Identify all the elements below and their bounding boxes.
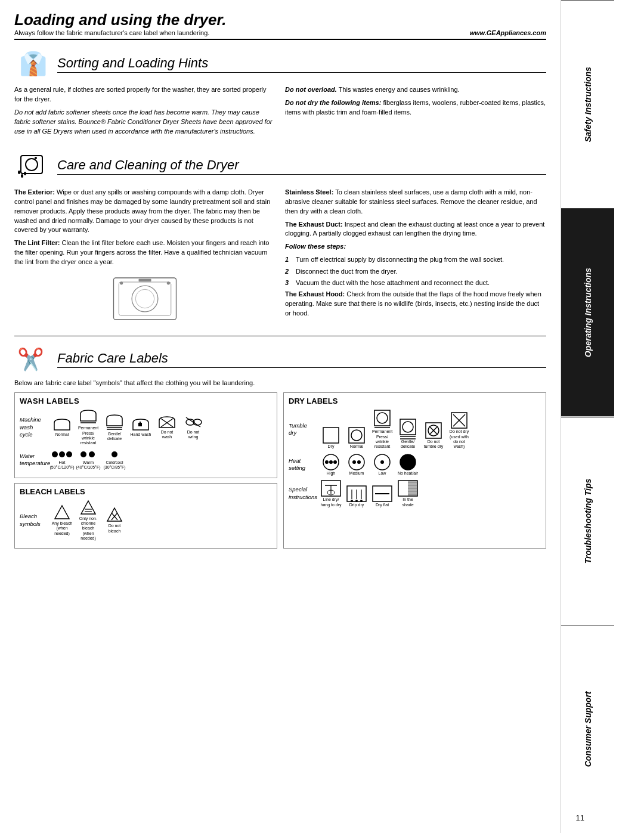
sidebar-safety-label: Safety Instructions <box>583 67 593 142</box>
svg-point-38 <box>351 430 362 441</box>
sorting-left-p1: As a general rule, if clothes are sorted… <box>14 85 275 104</box>
cleaning-title: Care and Cleaning of the Dryer <box>57 157 546 175</box>
symbol-line-dry: Line dry/hang to dry <box>320 479 342 507</box>
subtitle-text: Always follow the fabric manufacturer's … <box>14 29 209 36</box>
svg-point-4 <box>18 171 20 174</box>
symbol-warm: Warm(40°C/105°F) <box>77 450 100 470</box>
water-temp-name: Watertemperature <box>20 453 51 467</box>
cleaning-section: Care and Cleaning of the Dryer The Exter… <box>14 148 546 328</box>
bleach-row: Bleachsymbols Any bleach(when needed) <box>20 500 272 541</box>
sidebar-troubleshooting: Troubleshooting Tips <box>561 417 614 625</box>
website-url: www.GEAppliances.com <box>469 29 546 36</box>
svg-point-62 <box>400 454 416 470</box>
sidebar-safety: Safety Instructions <box>561 0 614 208</box>
sorting-section: 👔 Sorting and Loading Hints As a general… <box>14 46 546 140</box>
svg-point-24 <box>59 451 65 457</box>
sorting-left-p2: Do not add fabric softener sheets once t… <box>14 108 275 137</box>
svg-point-6 <box>24 172 26 175</box>
symbol-hot: Hot(50°C/120°F) <box>51 450 73 470</box>
cleaning-diagram <box>14 272 275 327</box>
symbol-gentle-wash: Gentle/delicate <box>103 414 126 442</box>
fabric-header: ✂️ Fabric Care Labels <box>14 341 546 377</box>
fabric-icon: ✂️ <box>14 341 50 377</box>
labels-grid: WASH LABELS Machinewashcycle Normal <box>14 392 546 549</box>
svg-point-72 <box>355 500 358 502</box>
sorting-right-p2: Do not dry the following items: fibergla… <box>285 98 546 117</box>
tumble-dry-row: Tumbledry Dry <box>289 409 541 450</box>
fabric-title: Fabric Care Labels <box>57 351 546 368</box>
symbol-non-chlorine-bleach: Only non-chlorine bleach(when needed) <box>77 500 100 541</box>
svg-rect-7 <box>114 278 177 320</box>
fabric-description: Below are fabric care label "symbols" th… <box>14 379 546 386</box>
heat-setting-symbols: High Medium <box>320 453 419 476</box>
svg-point-26 <box>80 451 86 457</box>
special-instructions-symbols: Line dry/hang to dry <box>320 479 419 507</box>
heat-setting-row: Heatsetting High <box>289 453 541 476</box>
svg-point-10 <box>135 289 154 308</box>
cleaning-lint: The Lint Filter: Clean the lint filter b… <box>14 239 275 267</box>
sidebar-operating-label: Operating Instructions <box>583 268 593 357</box>
step-1: 1 Turn off electrical supply by disconne… <box>285 255 546 264</box>
svg-point-55 <box>329 460 333 464</box>
svg-point-40 <box>377 413 388 423</box>
bleach-labels-title: BLEACH LABELS <box>20 487 272 496</box>
wash-bleach-col: WASH LABELS Machinewashcycle Normal <box>14 392 277 549</box>
symbol-no-heat: No heat/air <box>397 453 419 476</box>
svg-point-28 <box>112 451 117 457</box>
sidebar-operating: Operating Instructions <box>561 208 614 416</box>
machine-wash-symbols: Normal Permanent Press/wrinkle resistant <box>51 409 205 446</box>
symbol-tumble-normal: Normal <box>345 426 368 449</box>
svg-point-61 <box>380 460 384 464</box>
cleaning-exterior: The Exterior: Wipe or dust any spills or… <box>14 188 275 236</box>
page-title: Loading and using the dryer. <box>14 11 546 29</box>
wash-labels-box: WASH LABELS Machinewashcycle Normal <box>14 392 277 478</box>
symbol-drip-dry: Drip dry <box>345 485 368 507</box>
symbol-any-bleach: Any bleach(when needed) <box>51 504 73 536</box>
cleaning-left: The Exterior: Wipe or dust any spills or… <box>14 188 275 328</box>
svg-point-58 <box>352 460 356 464</box>
symbol-do-not-bleach: Do not bleach <box>103 507 126 534</box>
machine-wash-name: Machinewashcycle <box>20 416 51 438</box>
svg-marker-33 <box>107 508 122 521</box>
cleaning-header: Care and Cleaning of the Dryer <box>14 148 546 184</box>
svg-point-27 <box>89 451 95 457</box>
symbol-normal: Normal <box>51 418 73 437</box>
svg-point-43 <box>402 422 413 432</box>
svg-point-23 <box>52 451 58 457</box>
dry-labels-title: DRY LABELS <box>289 397 541 405</box>
symbol-tumble-perm-press: Permanent Press/wrinkle resistant <box>371 409 394 450</box>
step-3: 3 Vacuum the duct with the hose attachme… <box>285 278 546 287</box>
special-instructions-row: Specialinstructions Line dry/hang <box>289 479 541 507</box>
svg-point-25 <box>66 451 72 457</box>
svg-point-57 <box>349 454 364 470</box>
cleaning-right: Stainless Steel: To clean stainless stee… <box>285 188 546 328</box>
svg-point-71 <box>351 500 353 502</box>
sorting-content: As a general rule, if clothes are sorted… <box>14 85 546 140</box>
bleach-labels-box: BLEACH LABELS Bleachsymbols Any bleach(w… <box>14 483 277 549</box>
symbol-do-not-tumble: Do not tumble dry <box>422 422 445 450</box>
svg-point-54 <box>325 460 329 464</box>
sidebar-troubleshooting-label: Troubleshooting Tips <box>583 478 593 563</box>
cleaning-content: The Exterior: Wipe or dust any spills or… <box>14 188 546 328</box>
cleaning-exhaust-hood: The Exhaust Hood: Check from the outside… <box>285 290 546 318</box>
tumble-dry-name: Tumbledry <box>289 422 320 437</box>
sidebar-consumer-label: Consumer Support <box>583 691 593 767</box>
symbol-dry-square: Dry <box>320 426 342 449</box>
symbol-heat-high: High <box>320 453 342 476</box>
symbol-perm-press-wash: Permanent Press/wrinkle resistant <box>77 409 100 446</box>
svg-marker-30 <box>81 501 95 514</box>
page-subtitle: Always follow the fabric manufacturer's … <box>14 29 546 36</box>
svg-point-13 <box>167 281 170 284</box>
symbol-do-not-wring: Do not wring <box>182 416 205 440</box>
water-temp-symbols: Hot(50°C/120°F) Warm(40°C/105°F) <box>51 450 126 470</box>
dry-labels-box: DRY LABELS Tumbledry Dry <box>283 392 546 549</box>
symbol-do-not-wash: Do not wash <box>156 416 178 440</box>
page-header: Loading and using the dryer. Always foll… <box>14 11 546 40</box>
svg-point-73 <box>360 500 363 502</box>
svg-rect-36 <box>323 428 339 443</box>
symbol-tumble-gentle: Gentle/delicate <box>397 418 419 450</box>
sorting-icon: 👔 <box>14 46 50 82</box>
sorting-left: As a general rule, if clothes are sorted… <box>14 85 275 140</box>
svg-point-56 <box>333 460 337 464</box>
main-content: Loading and using the dryer. Always foll… <box>0 0 561 833</box>
